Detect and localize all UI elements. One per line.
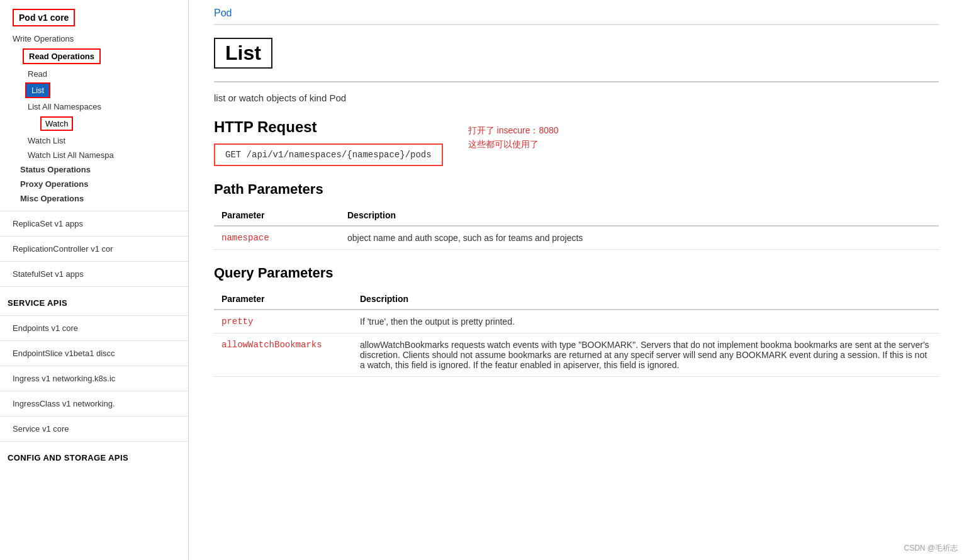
page-title-box: List bbox=[214, 38, 272, 69]
query-param-allowwatchbookmarks-desc: allowWatchBookmarks requests watch event… bbox=[352, 333, 939, 377]
sidebar-item-status-operations[interactable]: Status Operations bbox=[0, 162, 188, 177]
path-param-col-description: Description bbox=[340, 205, 939, 226]
insecure-note-line2: 这些都可以使用了 bbox=[468, 137, 559, 151]
sidebar-item-list-all-namespaces[interactable]: List All Namespaces bbox=[0, 99, 188, 114]
sidebar-item-endpointslice[interactable]: EndpointSlice v1beta1 discc bbox=[0, 346, 188, 361]
query-params-heading: Query Parameters bbox=[214, 265, 939, 281]
sidebar-item-replicaset[interactable]: ReplicaSet v1 apps bbox=[0, 216, 188, 231]
table-row: pretty If 'true', then the output is pre… bbox=[214, 310, 939, 333]
query-param-pretty-desc: If 'true', then the output is pretty pri… bbox=[352, 310, 939, 333]
insecure-note-line1: 打开了 insecure：8080 bbox=[468, 123, 559, 137]
sidebar-section-service-apis: SERVICE APIS bbox=[0, 292, 188, 310]
sidebar-item-watch-list[interactable]: Watch List bbox=[0, 133, 188, 148]
sidebar-item-read-operations[interactable]: Read Operations bbox=[23, 48, 101, 64]
csdn-watermark: CSDN @毛祈志 bbox=[904, 543, 958, 554]
sidebar-item-endpoints[interactable]: Endpoints v1 core bbox=[0, 321, 188, 335]
path-param-namespace-desc: object name and auth scope, such as for … bbox=[340, 226, 939, 250]
path-params-table: Parameter Description namespace object n… bbox=[214, 205, 939, 250]
http-endpoint: GET /api/v1/namespaces/{namespace}/pods bbox=[214, 143, 443, 166]
sidebar-item-pod-v1-core[interactable]: Pod v1 core bbox=[13, 9, 75, 26]
sidebar-item-replicationcontroller[interactable]: ReplicationController v1 cor bbox=[0, 242, 188, 256]
sidebar-section-config-storage: CONFIG AND STORAGE APIS bbox=[0, 447, 188, 465]
query-param-allowwatchbookmarks-name: allowWatchBookmarks bbox=[214, 333, 352, 377]
page-title: List bbox=[225, 42, 261, 64]
sidebar-item-ingressclass[interactable]: IngressClass v1 networking. bbox=[0, 396, 188, 411]
query-param-col-description: Description bbox=[352, 289, 939, 310]
sidebar-item-list[interactable]: List bbox=[25, 82, 50, 98]
table-row: namespace object name and auth scope, su… bbox=[214, 226, 939, 250]
sidebar-item-service[interactable]: Service v1 core bbox=[0, 422, 188, 436]
http-request-heading: HTTP Request bbox=[214, 118, 443, 136]
query-params-table: Parameter Description pretty If 'true', … bbox=[214, 289, 939, 377]
main-content: Pod List list or watch objects of kind P… bbox=[189, 0, 964, 560]
sidebar-item-statefulset[interactable]: StatefulSet v1 apps bbox=[0, 267, 188, 281]
sidebar-item-proxy-operations[interactable]: Proxy Operations bbox=[0, 177, 188, 191]
sidebar-item-watch-list-all-namespaces[interactable]: Watch List All Namespa bbox=[0, 148, 188, 162]
query-param-pretty-name: pretty bbox=[214, 310, 352, 333]
sidebar-item-ingress[interactable]: Ingress v1 networking.k8s.ic bbox=[0, 371, 188, 386]
sidebar: Pod v1 core Write Operations Read Operat… bbox=[0, 0, 189, 560]
path-param-namespace-name: namespace bbox=[214, 226, 340, 250]
table-row: allowWatchBookmarks allowWatchBookmarks … bbox=[214, 333, 939, 377]
breadcrumb: Pod bbox=[214, 0, 939, 25]
sidebar-item-read[interactable]: Read bbox=[0, 67, 188, 81]
query-param-col-parameter: Parameter bbox=[214, 289, 352, 310]
path-params-heading: Path Parameters bbox=[214, 181, 939, 198]
page-subtitle: list or watch objects of kind Pod bbox=[214, 92, 939, 103]
path-param-col-parameter: Parameter bbox=[214, 205, 340, 226]
sidebar-item-write-operations[interactable]: Write Operations bbox=[0, 31, 188, 46]
sidebar-item-misc-operations[interactable]: Misc Operations bbox=[0, 191, 188, 206]
sidebar-item-watch[interactable]: Watch bbox=[40, 116, 73, 131]
